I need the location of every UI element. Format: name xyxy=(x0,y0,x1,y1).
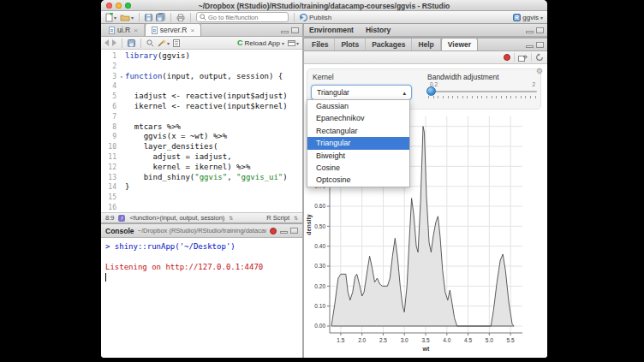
file-type-selector[interactable]: R Script xyxy=(266,214,289,222)
console-working-directory: ~/Dropbox (RStudio)/RStudio/training/dat… xyxy=(138,227,266,234)
code-line[interactable]: 16 xyxy=(101,203,302,212)
line-number: 14 xyxy=(101,182,116,193)
minimize-pane-button[interactable] xyxy=(281,31,289,33)
svg-text:R: R xyxy=(515,15,519,21)
tab-files[interactable]: Files xyxy=(306,39,335,50)
y-tick-label: 0.10 xyxy=(314,303,325,309)
console-pane: Console ~/Dropbox (RStudio)/RStudio/trai… xyxy=(101,224,302,358)
dropdown-option-biweight[interactable]: Biweight xyxy=(307,150,409,162)
source-editor-pane: ui.Rserver.R xyxy=(101,24,302,223)
code-line[interactable]: 5 iadjust <- reactive(input$adjust) xyxy=(101,92,302,102)
code-line[interactable]: 8 mtcars %>% xyxy=(101,122,302,133)
goto-file-search[interactable] xyxy=(196,12,289,22)
save-all-button[interactable] xyxy=(156,13,165,21)
open-file-button[interactable]: ▾ xyxy=(120,14,134,21)
code-line[interactable]: 11 adjust = iadjust, xyxy=(101,152,302,163)
editor-tabs: ui.Rserver.R xyxy=(103,23,201,36)
project-label: ggvis xyxy=(522,14,539,21)
maximize-pane-button[interactable] xyxy=(536,27,544,33)
slider-handle[interactable] xyxy=(426,86,436,96)
close-icon[interactable] xyxy=(190,27,194,34)
code-line[interactable]: 10 layer_densities( xyxy=(101,142,302,152)
tab-viewer[interactable]: Viewer xyxy=(441,38,478,50)
print-button[interactable] xyxy=(176,14,185,21)
tab-server-r[interactable]: server.R xyxy=(145,23,201,36)
kernel-selected-value: Triangular xyxy=(317,88,349,97)
dropdown-option-cosine[interactable]: Cosine xyxy=(307,162,409,174)
gear-icon[interactable]: ⚙ xyxy=(536,67,543,75)
tab-history[interactable]: History xyxy=(366,26,391,34)
tab-environment[interactable]: Environment xyxy=(309,26,354,34)
console-title[interactable]: Console xyxy=(105,227,134,235)
code-line[interactable]: 12 kernel = ikernel) %>% xyxy=(101,163,302,173)
tab-plots[interactable]: Plots xyxy=(335,39,366,50)
compile-notebook-icon[interactable] xyxy=(173,39,180,47)
publish-button[interactable]: Publish xyxy=(300,14,331,21)
code-line[interactable]: 9 ggvis(x = ~wt) %>% xyxy=(101,132,302,142)
close-icon[interactable] xyxy=(134,27,138,34)
goto-file-input[interactable] xyxy=(208,14,282,21)
line-number: 13 xyxy=(101,173,116,183)
find-icon[interactable] xyxy=(146,39,154,47)
line-number: 10 xyxy=(101,142,116,152)
save-all-icon xyxy=(156,13,165,21)
dropdown-option-epanechnikov[interactable]: Epanechnikov xyxy=(307,112,409,124)
back-icon[interactable] xyxy=(104,39,109,46)
code-line[interactable]: 6 ikernel <- reactive(input$kernel) xyxy=(101,102,302,112)
new-file-button[interactable]: ▾ xyxy=(105,13,116,22)
save-button[interactable] xyxy=(145,14,152,21)
new-document-icon xyxy=(105,13,113,22)
y-tick-label: 0.30 xyxy=(314,263,325,269)
console-output[interactable]: > shiny::runApp('~/Desktop') Listening o… xyxy=(101,238,302,285)
code-line[interactable]: 3function(input, output, session) { xyxy=(101,72,302,82)
kernel-dropdown-list: GaussianEpanechnikovRectangularTriangula… xyxy=(307,99,410,187)
stop-app-icon[interactable] xyxy=(504,54,510,61)
popout-window-icon xyxy=(288,39,295,46)
popout-button[interactable]: ▾ xyxy=(288,39,299,46)
stop-icon[interactable] xyxy=(270,228,277,234)
save-icon[interactable] xyxy=(128,39,135,47)
dropdown-option-gaussian[interactable]: Gaussian xyxy=(307,100,409,112)
minimize-pane-button[interactable] xyxy=(526,31,534,33)
line-number: 8 xyxy=(101,122,116,133)
dropdown-option-triangular[interactable]: Triangular xyxy=(307,137,409,149)
tab-ui-r[interactable]: ui.R xyxy=(103,24,145,36)
code-tools-button[interactable]: ▾ xyxy=(158,39,170,47)
dropdown-option-rectangular[interactable]: Rectangular xyxy=(307,125,409,137)
code-line[interactable]: 7 xyxy=(101,112,302,122)
tab-help[interactable]: Help xyxy=(412,39,440,50)
code-line[interactable]: 14} xyxy=(101,182,302,193)
project-menu-button[interactable]: R ggvis ▾ xyxy=(513,14,543,21)
code-line[interactable]: 2 xyxy=(101,62,302,72)
export-icon[interactable] xyxy=(518,54,528,62)
open-folder-icon xyxy=(120,14,130,21)
scope-selector[interactable]: <function>(input, output, session) xyxy=(129,214,224,222)
bandwidth-slider[interactable]: 0.2 2 xyxy=(427,81,537,107)
kernel-select[interactable]: Triangular xyxy=(311,85,412,100)
source-console-column: ui.Rserver.R xyxy=(101,24,302,358)
minimize-pane-button[interactable] xyxy=(280,231,288,234)
forward-icon[interactable] xyxy=(112,39,116,46)
slider-track[interactable] xyxy=(427,91,537,92)
code-line[interactable]: 13 bind_shiny("ggvis", "ggvis_ui") xyxy=(101,173,302,183)
maximize-pane-button[interactable] xyxy=(291,27,299,33)
minimize-pane-button[interactable] xyxy=(526,45,534,48)
editor-toolbar: ▾ C Reload App ▾ ▾ xyxy=(101,37,302,50)
print-icon xyxy=(176,14,185,21)
code-line[interactable]: 4 xyxy=(101,81,302,92)
environment-history-header: EnvironmentHistory xyxy=(304,24,547,37)
maximize-pane-button[interactable] xyxy=(536,42,544,48)
dropdown-option-optcosine[interactable]: Optcosine xyxy=(307,174,409,186)
bandwidth-label: Bandwidth adjustment xyxy=(427,73,499,81)
publish-label: Publish xyxy=(309,14,331,21)
chevron-up-icon xyxy=(402,88,406,97)
line-number: 5 xyxy=(101,92,116,102)
code-line[interactable]: 15 xyxy=(101,193,302,203)
refresh-icon[interactable] xyxy=(535,53,544,62)
reload-app-button[interactable]: C Reload App ▾ xyxy=(237,39,284,47)
tab-packages[interactable]: Packages xyxy=(366,39,412,50)
code-line[interactable]: 1library(ggvis) xyxy=(101,51,302,62)
code-editor[interactable]: 1library(ggvis)23function(input, output,… xyxy=(101,50,302,212)
console-cursor xyxy=(105,273,110,282)
maximize-pane-button[interactable] xyxy=(290,228,298,234)
